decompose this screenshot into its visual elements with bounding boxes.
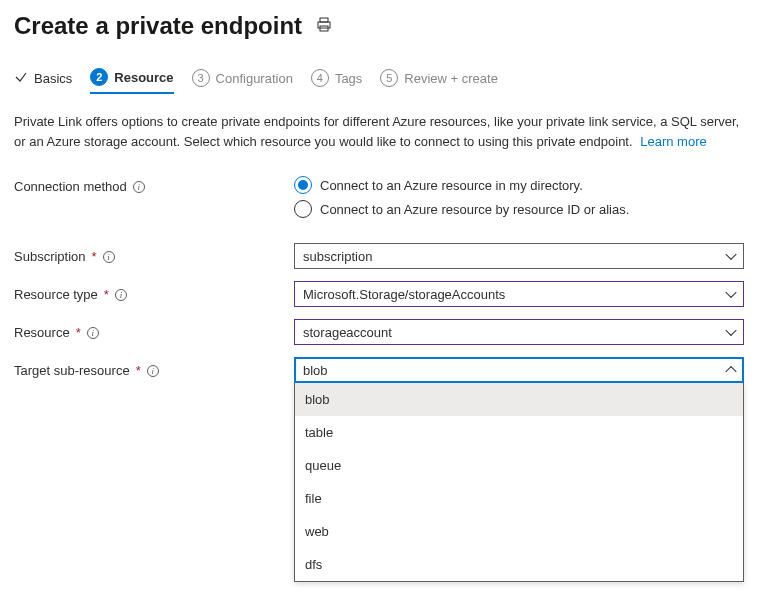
- required-indicator: *: [136, 363, 141, 378]
- tab-tags[interactable]: 4 Tags: [311, 69, 362, 93]
- info-icon[interactable]: i: [87, 327, 99, 339]
- page-header: Create a private endpoint: [14, 12, 744, 40]
- radio-icon: [294, 176, 312, 194]
- label-resource-type: Resource type * i: [14, 281, 294, 302]
- label-resource: Resource * i: [14, 319, 294, 340]
- tab-badge: 2: [90, 68, 108, 86]
- chevron-down-icon: [725, 287, 736, 298]
- label-connection-method: Connection method i: [14, 173, 294, 194]
- dropdown-item-dfs[interactable]: dfs: [295, 548, 743, 581]
- required-indicator: *: [76, 325, 81, 340]
- page-title: Create a private endpoint: [14, 12, 302, 40]
- radio-label: Connect to an Azure resource by resource…: [320, 202, 629, 217]
- tab-label: Basics: [34, 71, 72, 86]
- radio-connect-directory[interactable]: Connect to an Azure resource in my direc…: [294, 173, 744, 197]
- target-sub-resource-select[interactable]: blob: [294, 357, 744, 383]
- tab-label: Resource: [114, 70, 173, 85]
- radio-connect-resource-id[interactable]: Connect to an Azure resource by resource…: [294, 197, 744, 221]
- label-target-sub-resource: Target sub-resource * i: [14, 357, 294, 378]
- print-icon[interactable]: [316, 17, 332, 36]
- row-target-sub-resource: Target sub-resource * i blob blob table …: [14, 357, 744, 582]
- chevron-up-icon: [725, 366, 736, 377]
- target-sub-resource-dropdown: blob table queue file web dfs: [294, 383, 744, 582]
- tab-badge: 3: [192, 69, 210, 87]
- tab-label: Tags: [335, 71, 362, 86]
- svg-rect-0: [320, 18, 328, 22]
- dropdown-item-queue[interactable]: queue: [295, 449, 743, 482]
- radio-label: Connect to an Azure resource in my direc…: [320, 178, 583, 193]
- row-subscription: Subscription * i subscription: [14, 243, 744, 269]
- tab-badge: 4: [311, 69, 329, 87]
- row-resource-type: Resource type * i Microsoft.Storage/stor…: [14, 281, 744, 307]
- info-icon[interactable]: i: [115, 289, 127, 301]
- chevron-down-icon: [725, 325, 736, 336]
- tab-resource[interactable]: 2 Resource: [90, 68, 173, 94]
- label-subscription: Subscription * i: [14, 243, 294, 264]
- required-indicator: *: [92, 249, 97, 264]
- dropdown-item-web[interactable]: web: [295, 515, 743, 548]
- info-icon[interactable]: i: [133, 181, 145, 193]
- resource-type-select[interactable]: Microsoft.Storage/storageAccounts: [294, 281, 744, 307]
- select-value: subscription: [303, 249, 372, 264]
- radio-icon: [294, 200, 312, 218]
- learn-more-link[interactable]: Learn more: [640, 134, 706, 149]
- select-value: storageaccount: [303, 325, 392, 340]
- tab-label: Review + create: [404, 71, 498, 86]
- resource-select[interactable]: storageaccount: [294, 319, 744, 345]
- subscription-select[interactable]: subscription: [294, 243, 744, 269]
- required-indicator: *: [104, 287, 109, 302]
- chevron-down-icon: [725, 249, 736, 260]
- tab-review-create[interactable]: 5 Review + create: [380, 69, 498, 93]
- dropdown-item-file[interactable]: file: [295, 482, 743, 515]
- tab-basics[interactable]: Basics: [14, 70, 72, 93]
- tab-configuration[interactable]: 3 Configuration: [192, 69, 293, 93]
- select-value: blob: [303, 363, 328, 378]
- check-icon: [14, 70, 28, 87]
- info-icon[interactable]: i: [147, 365, 159, 377]
- wizard-tabs: Basics 2 Resource 3 Configuration 4 Tags…: [14, 68, 744, 94]
- info-icon[interactable]: i: [103, 251, 115, 263]
- tab-badge: 5: [380, 69, 398, 87]
- intro-text: Private Link offers options to create pr…: [14, 112, 744, 151]
- dropdown-item-blob[interactable]: blob: [295, 383, 743, 416]
- tab-label: Configuration: [216, 71, 293, 86]
- select-value: Microsoft.Storage/storageAccounts: [303, 287, 505, 302]
- row-resource: Resource * i storageaccount: [14, 319, 744, 345]
- row-connection-method: Connection method i Connect to an Azure …: [14, 173, 744, 221]
- dropdown-item-table[interactable]: table: [295, 416, 743, 449]
